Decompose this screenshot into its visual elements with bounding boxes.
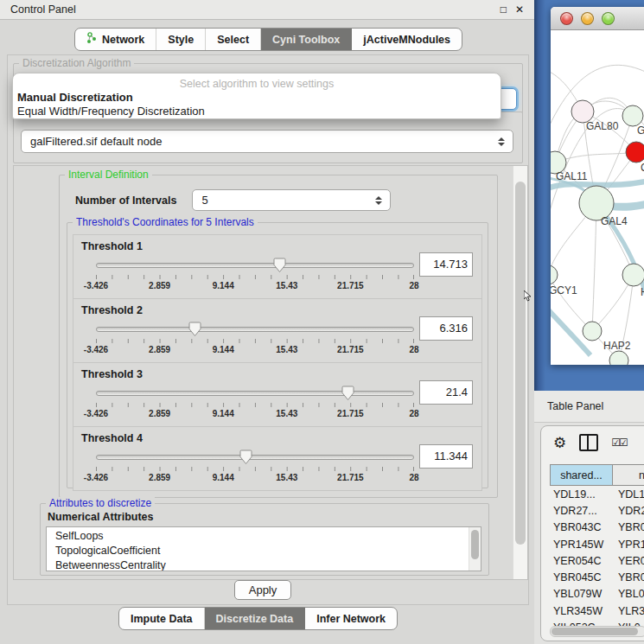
close-window-icon[interactable]: ✕ <box>515 3 524 16</box>
network-node-gcy1[interactable] <box>551 265 558 284</box>
table-row[interactable]: YER054CYER0 <box>550 552 644 569</box>
minimize-traffic-light[interactable] <box>581 12 594 25</box>
network-tree-icon <box>86 32 98 47</box>
threshold-slider: -3.4262.8599.14415.4321.71528 <box>96 384 414 424</box>
slider-thumb[interactable] <box>273 258 286 273</box>
slider-tick-marks <box>96 467 414 471</box>
slider-thumb[interactable] <box>188 322 201 337</box>
table-row[interactable]: YDL19...YDL1 <box>550 486 644 502</box>
tab-network[interactable]: Network <box>75 29 156 50</box>
right-region: GAL80GACGAL11GAL4GCY1HHAP2 Table Panel ⚙… <box>534 0 644 644</box>
network-node-h[interactable] <box>622 264 644 286</box>
table-cell[interactable]: YBR0 <box>613 571 644 583</box>
close-traffic-light[interactable] <box>560 12 573 25</box>
tick-label: 15.43 <box>276 345 297 354</box>
attribute-item-selfloops[interactable]: SelfLoops <box>55 529 481 544</box>
tab-style[interactable]: Style <box>156 29 206 50</box>
table-horizontal-scrollbar[interactable] <box>550 626 644 637</box>
control-panel-titlebar: Control Panel □ ✕ <box>0 0 534 20</box>
table-cell[interactable]: YDR27... <box>550 505 613 517</box>
attribute-item-betweennesscentrality[interactable]: BetweennessCentrality <box>55 558 481 571</box>
table-row[interactable]: YBR045CYBR0 <box>550 569 644 585</box>
table-row[interactable]: YBL079WYBL0 <box>550 586 644 603</box>
settings-vertical-scrollbar[interactable] <box>513 166 527 579</box>
node-label: GCY1 <box>551 284 577 296</box>
tick-label: 15.43 <box>276 473 297 482</box>
network-node-c[interactable] <box>626 142 644 163</box>
column-header-na[interactable]: na <box>613 464 644 486</box>
table-cell[interactable]: YBL079W <box>550 588 613 600</box>
network-node-ga[interactable] <box>622 105 643 126</box>
network-canvas[interactable]: GAL80GACGAL11GAL4GCY1HHAP2 <box>551 30 644 365</box>
tick-label: 21.715 <box>337 473 364 482</box>
column-header-shared[interactable]: shared... <box>550 464 613 486</box>
threshold-value-field[interactable]: 6.316 <box>419 316 473 341</box>
threshold-value-field[interactable]: 14.713 <box>419 252 473 277</box>
combo-stepper-icon <box>497 131 506 152</box>
threshold-value-field[interactable]: 11.344 <box>419 444 473 469</box>
control-panel-title: Control Panel <box>10 3 76 16</box>
table-cell[interactable]: YPR1 <box>613 539 644 551</box>
tab-label: Style <box>168 34 194 46</box>
attribute-item-topologicalcoefficient[interactable]: TopologicalCoefficient <box>55 544 481 558</box>
threshold-box-threshold-4: Threshold 4-3.4262.8599.14415.4321.71528… <box>73 426 482 491</box>
table-cell[interactable]: YER0 <box>613 555 644 567</box>
tick-label: 15.43 <box>276 281 297 290</box>
table-cell[interactable]: YPR145W <box>550 539 613 551</box>
slider-track[interactable] <box>96 391 414 396</box>
table-cell[interactable]: YLR345W <box>550 605 613 617</box>
slider-track[interactable] <box>96 455 414 460</box>
threshold-box-threshold-3: Threshold 3-3.4262.8599.14415.4321.71528… <box>73 362 482 427</box>
combo-stepper-icon <box>374 190 383 210</box>
numerical-attributes-list[interactable]: SelfLoopsTopologicalCoefficientBetweenne… <box>46 526 481 571</box>
slider-thumb[interactable] <box>239 450 252 465</box>
zoom-traffic-light[interactable] <box>602 12 615 25</box>
table-row[interactable]: YPR145WYPR1 <box>550 536 644 552</box>
select-columns-checkboxes-icon[interactable]: ☑☑ <box>611 437 627 449</box>
slider-track[interactable] <box>96 327 414 332</box>
tab-impute-data[interactable]: Impute Data <box>119 608 205 629</box>
network-node-hap2[interactable] <box>583 322 602 341</box>
algorithm-option-equal-width-frequency[interactable]: Equal Width/Frequency Discretization <box>13 104 501 118</box>
slider-thumb[interactable] <box>341 386 354 401</box>
numerical-attributes-label: Numerical Attributes <box>48 511 153 523</box>
table-row[interactable]: YLR345WYLR3 <box>550 603 644 619</box>
gear-icon[interactable]: ⚙ <box>553 436 566 450</box>
network-window-titlebar[interactable] <box>551 7 644 30</box>
table-row[interactable]: YIL052CYIL0 <box>550 619 644 626</box>
table-cell[interactable]: YBR043C <box>550 521 613 533</box>
interval-definition-group: Interval Definition Number of Intervals … <box>59 175 498 498</box>
table-cell[interactable]: YLR3 <box>613 605 644 617</box>
table-cell[interactable]: YDR2 <box>613 505 644 517</box>
table-cell[interactable]: YDL19... <box>550 488 613 501</box>
table-row[interactable]: YDR27...YDR2 <box>550 502 644 519</box>
table-data-combobox[interactable]: galFiltered.sif default node <box>21 130 513 153</box>
tick-label: 9.144 <box>213 473 234 482</box>
table-cell[interactable]: YBL0 <box>613 588 644 600</box>
algorithm-option-manual-discretization[interactable]: Manual Discretization <box>13 90 501 104</box>
apply-button[interactable]: Apply <box>234 580 291 600</box>
slider-track[interactable] <box>96 263 414 268</box>
tick-label: 21.715 <box>337 345 364 354</box>
number-of-intervals-combobox[interactable]: 5 <box>192 189 391 211</box>
table-row[interactable]: YBR043CYBR0 <box>550 520 644 536</box>
attributes-list-scrollbar[interactable] <box>469 527 481 571</box>
tab-infer-network[interactable]: Infer Network <box>305 608 397 629</box>
slider-tick-marks <box>96 403 414 407</box>
table-cell[interactable]: YBR045C <box>550 571 613 583</box>
top-tab-strip: NetworkStyleSelectCyni ToolboxjActiveMNo… <box>74 28 462 51</box>
tab-jactivemnodules[interactable]: jActiveMNodules <box>352 29 462 50</box>
threshold-slider: -3.4262.8599.14415.4321.71528 <box>96 256 414 296</box>
table-cell[interactable]: YBR0 <box>613 521 644 533</box>
cyni-toolbox-panel: Discretization Algorithm Table Data galF… <box>7 54 529 605</box>
threshold-value-field[interactable]: 21.4 <box>419 380 473 405</box>
table-cell[interactable]: YDL1 <box>613 488 644 501</box>
tab-cyni-toolbox[interactable]: Cyni Toolbox <box>261 29 352 50</box>
tab-select[interactable]: Select <box>206 29 261 50</box>
float-window-icon[interactable]: □ <box>501 3 507 16</box>
scrollbar-thumb[interactable] <box>515 182 526 545</box>
split-columns-icon[interactable] <box>579 434 598 451</box>
tick-label: 2.859 <box>149 473 170 482</box>
tab-discretize-data[interactable]: Discretize Data <box>205 608 306 629</box>
table-cell[interactable]: YER054C <box>550 555 613 567</box>
